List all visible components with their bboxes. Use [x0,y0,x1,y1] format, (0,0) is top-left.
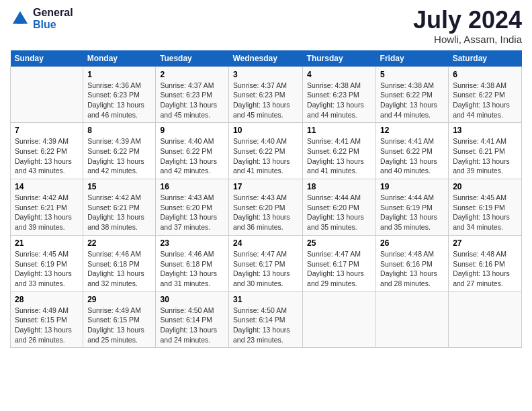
col-friday: Friday [376,50,449,67]
day-number: 21 [15,238,79,248]
table-row: 16Sunrise: 4:43 AMSunset: 6:20 PMDayligh… [156,179,229,236]
table-row: 17Sunrise: 4:43 AMSunset: 6:20 PMDayligh… [228,179,302,236]
logo-general-text: General [33,7,73,19]
table-row: 30Sunrise: 4:50 AMSunset: 6:14 PMDayligh… [156,291,229,348]
day-info: Sunrise: 4:43 AMSunset: 6:20 PMDaylight:… [160,193,224,232]
day-number: 9 [160,126,224,135]
day-number: 2 [160,70,224,79]
table-row: 28Sunrise: 4:49 AMSunset: 6:15 PMDayligh… [11,291,83,348]
day-number: 15 [87,182,151,191]
col-thursday: Thursday [303,50,376,67]
table-row: 5Sunrise: 4:38 AMSunset: 6:22 PMDaylight… [376,66,449,123]
day-info: Sunrise: 4:45 AMSunset: 6:19 PMDaylight:… [453,193,517,232]
day-number: 27 [453,238,517,248]
table-row: 18Sunrise: 4:44 AMSunset: 6:20 PMDayligh… [303,179,376,236]
day-number: 17 [233,182,298,191]
calendar-week-row: 1Sunrise: 4:36 AMSunset: 6:23 PMDaylight… [11,66,522,123]
logo-blue-text: Blue [33,19,73,31]
day-info: Sunrise: 4:41 AMSunset: 6:21 PMDaylight:… [453,136,517,176]
logo-icon [10,9,30,29]
day-number: 8 [87,126,151,135]
day-number: 19 [380,182,444,191]
day-info: Sunrise: 4:42 AMSunset: 6:21 PMDaylight:… [87,193,151,232]
day-info: Sunrise: 4:40 AMSunset: 6:22 PMDaylight:… [160,136,224,176]
table-row: 22Sunrise: 4:46 AMSunset: 6:18 PMDayligh… [83,235,156,291]
day-number: 20 [453,182,517,191]
table-row: 24Sunrise: 4:47 AMSunset: 6:17 PMDayligh… [228,235,302,291]
table-row: 25Sunrise: 4:47 AMSunset: 6:17 PMDayligh… [303,235,376,291]
table-row: 14Sunrise: 4:42 AMSunset: 6:21 PMDayligh… [11,179,83,236]
day-info: Sunrise: 4:38 AMSunset: 6:23 PMDaylight:… [307,81,371,120]
day-number: 4 [307,70,371,79]
col-monday: Monday [83,50,156,67]
day-number: 26 [380,238,444,248]
calendar-week-row: 21Sunrise: 4:45 AMSunset: 6:19 PMDayligh… [11,235,522,291]
table-row: 29Sunrise: 4:49 AMSunset: 6:15 PMDayligh… [83,291,156,348]
table-row: 3Sunrise: 4:37 AMSunset: 6:23 PMDaylight… [228,66,302,123]
day-info: Sunrise: 4:50 AMSunset: 6:14 PMDaylight:… [233,306,298,345]
day-number: 30 [160,295,224,304]
table-row [376,291,449,348]
location-subtitle: Howli, Assam, India [413,34,522,45]
calendar-table: Sunday Monday Tuesday Wednesday Thursday… [10,50,522,349]
day-info: Sunrise: 4:37 AMSunset: 6:23 PMDaylight:… [160,81,224,120]
calendar-week-row: 7Sunrise: 4:39 AMSunset: 6:22 PMDaylight… [11,123,522,179]
day-number: 5 [380,70,444,79]
day-info: Sunrise: 4:40 AMSunset: 6:22 PMDaylight:… [233,136,298,176]
day-info: Sunrise: 4:46 AMSunset: 6:18 PMDaylight:… [87,249,151,289]
day-number: 13 [453,126,517,135]
table-row: 4Sunrise: 4:38 AMSunset: 6:23 PMDaylight… [303,66,376,123]
day-info: Sunrise: 4:45 AMSunset: 6:19 PMDaylight:… [15,249,79,289]
day-info: Sunrise: 4:41 AMSunset: 6:22 PMDaylight:… [380,136,444,176]
day-info: Sunrise: 4:43 AMSunset: 6:20 PMDaylight:… [233,193,298,232]
day-number: 18 [307,182,371,191]
day-info: Sunrise: 4:37 AMSunset: 6:23 PMDaylight:… [233,81,298,120]
day-info: Sunrise: 4:41 AMSunset: 6:22 PMDaylight:… [307,136,371,176]
table-row: 26Sunrise: 4:48 AMSunset: 6:16 PMDayligh… [376,235,449,291]
day-number: 23 [160,238,224,248]
table-row: 13Sunrise: 4:41 AMSunset: 6:21 PMDayligh… [449,123,522,179]
day-number: 28 [15,295,79,304]
day-info: Sunrise: 4:44 AMSunset: 6:20 PMDaylight:… [307,193,371,232]
table-row: 23Sunrise: 4:46 AMSunset: 6:18 PMDayligh… [156,235,229,291]
table-row: 2Sunrise: 4:37 AMSunset: 6:23 PMDaylight… [156,66,229,123]
table-row: 10Sunrise: 4:40 AMSunset: 6:22 PMDayligh… [228,123,302,179]
svg-rect-1 [17,17,24,24]
table-row: 8Sunrise: 4:39 AMSunset: 6:22 PMDaylight… [83,123,156,179]
day-info: Sunrise: 4:49 AMSunset: 6:15 PMDaylight:… [87,306,151,345]
col-wednesday: Wednesday [228,50,302,67]
day-number: 7 [15,126,79,135]
day-number: 3 [233,70,298,79]
day-number: 11 [307,126,371,135]
table-row [11,66,83,123]
day-number: 29 [87,295,151,304]
table-row: 9Sunrise: 4:40 AMSunset: 6:22 PMDaylight… [156,123,229,179]
day-info: Sunrise: 4:49 AMSunset: 6:15 PMDaylight:… [15,306,79,345]
day-number: 6 [453,70,517,79]
header: General Blue July 2024 Howli, Assam, Ind… [10,7,522,45]
table-row [303,291,376,348]
day-info: Sunrise: 4:47 AMSunset: 6:17 PMDaylight:… [233,249,298,289]
table-row: 15Sunrise: 4:42 AMSunset: 6:21 PMDayligh… [83,179,156,236]
table-row: 20Sunrise: 4:45 AMSunset: 6:19 PMDayligh… [449,179,522,236]
day-info: Sunrise: 4:39 AMSunset: 6:22 PMDaylight:… [87,136,151,176]
day-info: Sunrise: 4:38 AMSunset: 6:22 PMDaylight:… [380,81,444,120]
table-row: 31Sunrise: 4:50 AMSunset: 6:14 PMDayligh… [228,291,302,348]
day-info: Sunrise: 4:42 AMSunset: 6:21 PMDaylight:… [15,193,79,232]
day-number: 31 [233,295,298,304]
table-row: 6Sunrise: 4:38 AMSunset: 6:22 PMDaylight… [449,66,522,123]
day-info: Sunrise: 4:50 AMSunset: 6:14 PMDaylight:… [160,306,224,345]
calendar-header-row: Sunday Monday Tuesday Wednesday Thursday… [11,50,522,67]
table-row: 7Sunrise: 4:39 AMSunset: 6:22 PMDaylight… [11,123,83,179]
table-row: 12Sunrise: 4:41 AMSunset: 6:22 PMDayligh… [376,123,449,179]
col-sunday: Sunday [11,50,83,67]
calendar-week-row: 14Sunrise: 4:42 AMSunset: 6:21 PMDayligh… [11,179,522,236]
day-info: Sunrise: 4:48 AMSunset: 6:16 PMDaylight:… [380,249,444,289]
logo: General Blue [10,7,73,30]
day-info: Sunrise: 4:47 AMSunset: 6:17 PMDaylight:… [307,249,371,289]
page-container: General Blue July 2024 Howli, Assam, Ind… [0,0,532,355]
col-saturday: Saturday [449,50,522,67]
day-number: 12 [380,126,444,135]
table-row: 19Sunrise: 4:44 AMSunset: 6:19 PMDayligh… [376,179,449,236]
table-row [449,291,522,348]
